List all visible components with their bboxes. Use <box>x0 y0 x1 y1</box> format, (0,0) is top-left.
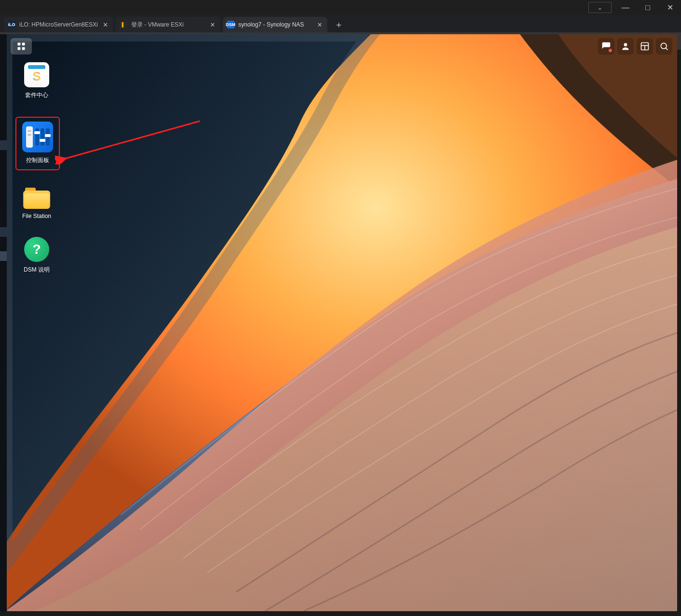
svg-point-22 <box>661 43 667 49</box>
control-panel-icon <box>22 122 53 152</box>
dsm-system-tray <box>598 38 672 55</box>
browser-tab-synology[interactable]: DSM synolog7 - Synology NAS ✕ <box>223 17 327 32</box>
background-window-sliver <box>0 34 7 611</box>
browser-tab-esxi[interactable]: ▌ 登录 - VMware ESXi ✕ <box>116 17 220 32</box>
dsm-notifications-button[interactable] <box>598 38 614 55</box>
notification-dot-icon <box>609 49 612 52</box>
icon-label: File Station <box>22 213 51 219</box>
package-center-icon: S <box>24 62 49 87</box>
icon-label: 控制面板 <box>26 156 49 164</box>
tab-label: 登录 - VMware ESXi <box>131 21 205 29</box>
favicon-ilo-icon: iLO <box>8 21 15 28</box>
dsm-user-button[interactable] <box>617 38 634 55</box>
svg-rect-14 <box>18 43 21 46</box>
dsm-search-button[interactable] <box>656 38 672 55</box>
svg-rect-16 <box>18 47 21 50</box>
svg-rect-15 <box>22 43 25 46</box>
dsm-main-menu-button[interactable] <box>11 38 32 55</box>
browser-tabstrip: iLO iLO: HPMicroServerGen8ESXi ✕ ▌ 登录 - … <box>0 15 681 32</box>
icon-label: DSM 说明 <box>24 266 50 274</box>
desktop-icon-control-panel[interactable]: 控制面板 <box>15 117 60 170</box>
folder-icon <box>23 188 50 209</box>
window-close-button[interactable]: ✕ <box>659 0 681 15</box>
tab-label: iLO: HPMicroServerGen8ESXi <box>19 21 98 28</box>
tab-label: synolog7 - Synology NAS <box>238 21 312 28</box>
tab-close-icon[interactable]: ✕ <box>316 20 323 29</box>
svg-rect-17 <box>22 47 25 50</box>
browser-tab-ilo[interactable]: iLO iLO: HPMicroServerGen8ESXi ✕ <box>4 17 113 32</box>
window-menu-button[interactable]: ⌄ <box>588 2 612 13</box>
help-icon: ? <box>24 237 49 262</box>
icon-label: 套件中心 <box>25 91 48 99</box>
window-maximize-button[interactable]: □ <box>637 0 659 15</box>
favicon-esxi-icon: ▌ <box>120 21 127 28</box>
svg-point-18 <box>624 43 627 46</box>
svg-line-23 <box>666 48 668 50</box>
favicon-dsm-icon: DSM <box>227 21 235 28</box>
new-tab-button[interactable]: ＋ <box>332 18 346 31</box>
window-titlebar: ⌄ — □ ✕ <box>0 0 681 15</box>
grid-icon <box>16 41 26 51</box>
desktop-icon-package-center[interactable]: S 套件中心 <box>15 62 58 99</box>
dsm-desktop-icons: S 套件中心 控制面板 File Station ? DSM 说明 <box>15 62 60 274</box>
tab-close-icon[interactable]: ✕ <box>209 20 216 29</box>
user-icon <box>621 41 630 51</box>
dashboard-icon <box>640 41 650 51</box>
dsm-desktop[interactable]: S 套件中心 控制面板 File Station ? DSM 说明 <box>7 34 677 611</box>
tab-close-icon[interactable]: ✕ <box>102 20 109 29</box>
dsm-widgets-button[interactable] <box>637 38 653 55</box>
desktop-icon-dsm-help[interactable]: ? DSM 说明 <box>15 237 58 274</box>
window-minimize-button[interactable]: — <box>614 0 637 15</box>
desktop-icon-file-station[interactable]: File Station <box>15 188 58 219</box>
search-icon <box>659 41 669 51</box>
wallpaper <box>7 34 677 611</box>
